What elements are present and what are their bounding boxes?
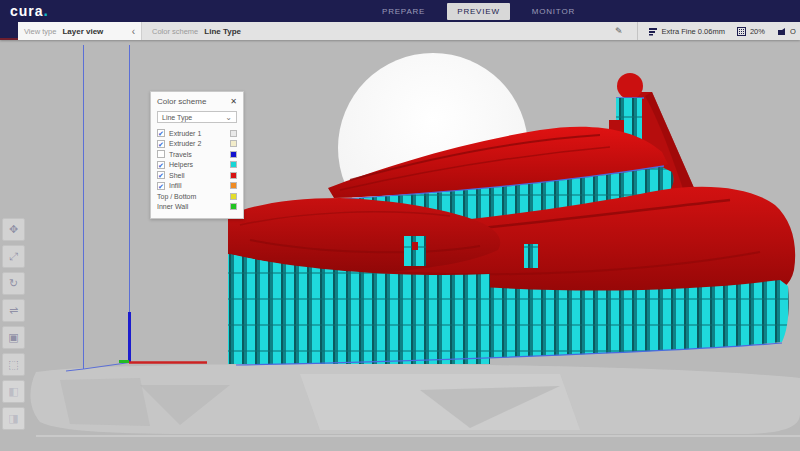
panel-title: Color scheme bbox=[157, 97, 206, 106]
color-swatch bbox=[230, 161, 237, 168]
view-type-label: View type bbox=[24, 27, 56, 36]
ghost-hull bbox=[30, 364, 800, 436]
layers-icon bbox=[648, 27, 658, 36]
top-bar: cura. PREPARE PREVIEW MONITOR bbox=[0, 0, 800, 22]
tool-move-button[interactable]: ✥ bbox=[2, 218, 25, 241]
legend-row-shell: Shell bbox=[157, 170, 237, 181]
legend-row-extruder-2: Extruder 2 bbox=[157, 139, 237, 150]
travels-checkbox[interactable] bbox=[157, 150, 165, 158]
color-swatch bbox=[230, 182, 237, 189]
legend-row-inner-wall: Inner Wall bbox=[157, 202, 237, 213]
tool-per-model-button[interactable]: ▣ bbox=[2, 326, 25, 349]
color-swatch bbox=[230, 140, 237, 147]
tool-extra-2-button[interactable]: ◨ bbox=[2, 407, 25, 430]
color-swatch bbox=[230, 203, 237, 210]
infill-setting[interactable]: 20% bbox=[737, 27, 765, 36]
tool-extra-1-button[interactable]: ◧ bbox=[2, 380, 25, 403]
view-type-selector[interactable]: View type Layer view ‹ bbox=[18, 22, 142, 40]
legend-row-infill: Infill bbox=[157, 181, 237, 192]
tool-scale-button[interactable]: ⤢ bbox=[2, 245, 25, 268]
stage-tabs: PREPARE PREVIEW MONITOR bbox=[372, 3, 585, 20]
legend-label: Shell bbox=[169, 172, 185, 179]
infill-checkbox[interactable] bbox=[157, 182, 165, 190]
close-icon[interactable]: ✕ bbox=[230, 97, 237, 106]
legend-label: Infill bbox=[169, 182, 181, 189]
color-scheme-selector[interactable]: Color scheme Line Type bbox=[142, 22, 251, 40]
legend-label: Inner Wall bbox=[157, 203, 188, 210]
tool-mirror-button[interactable]: ⇌ bbox=[2, 299, 25, 322]
legend-label: Helpers bbox=[169, 161, 193, 168]
color-swatch bbox=[230, 130, 237, 137]
shell-checkbox[interactable] bbox=[157, 171, 165, 179]
cura-logo: cura. bbox=[10, 2, 49, 20]
travel-lines bbox=[66, 45, 130, 371]
legend-row-top-bottom: Top / Bottom bbox=[157, 191, 237, 202]
scene-render bbox=[0, 40, 800, 451]
color-scheme-label: Color scheme bbox=[152, 27, 198, 36]
color-swatch bbox=[230, 193, 237, 200]
extruder-2-checkbox[interactable] bbox=[157, 140, 165, 148]
color-swatch bbox=[230, 151, 237, 158]
collapse-chevron-icon[interactable]: ‹ bbox=[132, 26, 135, 37]
legend-label: Top / Bottom bbox=[157, 193, 196, 200]
color-scheme-panel: Color scheme ✕ Line Type ⌄ Extruder 1 Ex… bbox=[150, 91, 244, 219]
tool-rotate-button[interactable]: ↻ bbox=[2, 272, 25, 295]
tab-monitor[interactable]: MONITOR bbox=[522, 3, 585, 20]
helpers-checkbox[interactable] bbox=[157, 161, 165, 169]
infill-icon bbox=[737, 27, 746, 36]
profile-setting[interactable]: Extra Fine 0.06mm bbox=[648, 27, 725, 36]
legend-row-helpers: Helpers bbox=[157, 160, 237, 171]
view-type-value: Layer view bbox=[62, 27, 103, 36]
color-swatch bbox=[230, 172, 237, 179]
legend-row-travels: Travels bbox=[157, 149, 237, 160]
legend-label: Extruder 1 bbox=[169, 130, 201, 137]
tool-column: ✥ ⤢ ↻ ⇌ ▣ ⬚ ◧ ◨ bbox=[2, 218, 25, 434]
line-type-dropdown-value: Line Type bbox=[162, 114, 192, 121]
toolbar-divider bbox=[637, 22, 638, 40]
cura-logo-dot: . bbox=[44, 2, 49, 19]
legend-row-extruder-1: Extruder 1 bbox=[157, 128, 237, 139]
tower-dome bbox=[617, 73, 643, 99]
line-type-dropdown[interactable]: Line Type ⌄ bbox=[157, 111, 237, 123]
cura-logo-text: cura bbox=[10, 3, 44, 19]
infill-value: 20% bbox=[750, 27, 765, 36]
view-toolbar: View type Layer view ‹ Color scheme Line… bbox=[0, 22, 800, 40]
origin-axes bbox=[119, 312, 207, 363]
legend-label: Travels bbox=[169, 151, 192, 158]
tool-support-blocker-button[interactable]: ⬚ bbox=[2, 353, 25, 376]
viewport-3d[interactable]: ✥ ⤢ ↻ ⇌ ▣ ⬚ ◧ ◨ Color scheme ✕ Line Type… bbox=[0, 40, 800, 451]
print-settings-summary: ✎ Extra Fine 0.06mm 20% O bbox=[615, 22, 800, 40]
chevron-down-icon: ⌄ bbox=[225, 113, 232, 122]
support-icon bbox=[777, 27, 786, 36]
legend-label: Extruder 2 bbox=[169, 140, 201, 147]
extruder-1-checkbox[interactable] bbox=[157, 129, 165, 137]
tab-preview[interactable]: PREVIEW bbox=[447, 3, 510, 20]
support-value: O bbox=[790, 27, 796, 36]
profile-value: Extra Fine 0.06mm bbox=[662, 27, 725, 36]
navy-corner-stub bbox=[0, 22, 18, 40]
tab-prepare[interactable]: PREPARE bbox=[372, 3, 435, 20]
support-setting[interactable]: O bbox=[777, 27, 796, 36]
edit-settings-icon[interactable]: ✎ bbox=[615, 26, 623, 36]
color-scheme-value: Line Type bbox=[204, 27, 241, 36]
